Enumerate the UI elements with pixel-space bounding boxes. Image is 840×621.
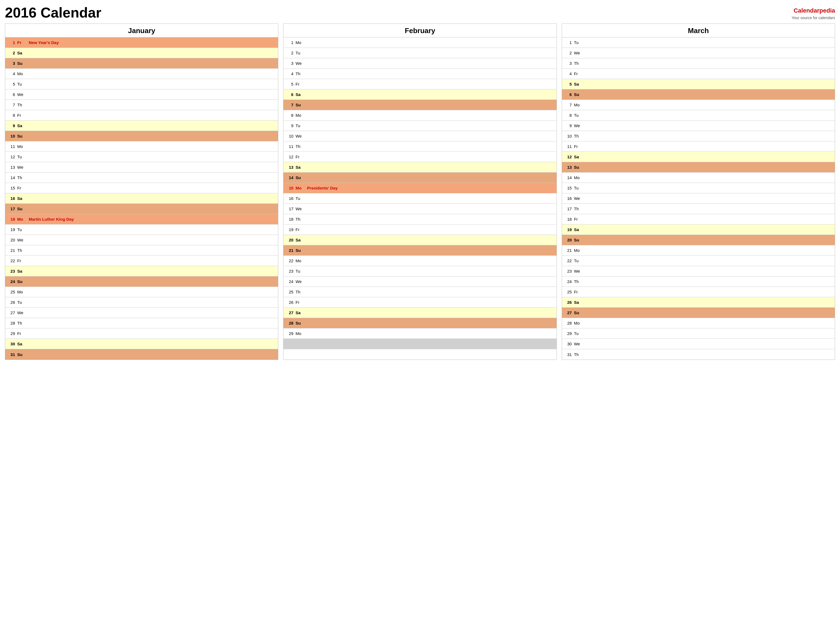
table-row: 11Fr <box>562 141 835 152</box>
day-of-week: Su <box>574 238 584 242</box>
table-row: 14Mo <box>562 173 835 183</box>
day-event: Martin Luther King Day <box>27 217 278 221</box>
table-row: 7Mo <box>562 100 835 110</box>
day-of-week: Th <box>17 321 27 326</box>
day-of-week: Th <box>296 144 305 149</box>
day-of-week: Fr <box>17 258 27 263</box>
day-number: 12 <box>562 154 574 159</box>
day-of-week: Th <box>574 279 584 284</box>
day-number: 21 <box>5 248 17 253</box>
month-block-march: March1Tu2We3Th4Fr5Sa6Su7Mo8Tu9We10Th11Fr… <box>562 24 835 360</box>
day-number: 4 <box>284 71 296 76</box>
day-of-week: Su <box>17 61 27 66</box>
day-number: 15 <box>562 186 574 190</box>
table-row: 22Mo <box>284 256 556 266</box>
day-number: 13 <box>5 165 17 170</box>
day-of-week: Su <box>17 352 27 357</box>
day-number: 25 <box>5 289 17 294</box>
day-of-week: Mo <box>296 331 305 336</box>
table-row: 1FrNew Year's Day <box>5 38 278 48</box>
table-row <box>284 339 556 349</box>
day-number: 1 <box>562 40 574 45</box>
month-title-february: February <box>284 24 556 38</box>
table-row: 20Sa <box>284 235 556 245</box>
day-number: 3 <box>562 61 574 66</box>
day-of-week: We <box>17 165 27 170</box>
day-of-week: Su <box>574 310 584 315</box>
table-row: 5Tu <box>5 79 278 89</box>
table-row: 6Sa <box>284 89 556 100</box>
table-row: 29Tu <box>562 329 835 339</box>
day-number: 16 <box>562 196 574 201</box>
day-of-week: Fr <box>574 144 584 149</box>
day-of-week: We <box>574 342 584 346</box>
day-of-week: Th <box>296 289 305 294</box>
day-of-week: Sa <box>574 154 584 159</box>
table-row: 6Su <box>562 89 835 100</box>
table-row: 27Sa <box>284 307 556 318</box>
day-number: 12 <box>284 154 296 159</box>
table-row: 24We <box>284 276 556 287</box>
day-of-week: Sa <box>574 300 584 304</box>
table-row: 29Mo <box>284 329 556 339</box>
table-row: 16We <box>562 193 835 204</box>
day-number: 10 <box>562 134 574 138</box>
day-number: 3 <box>5 61 17 66</box>
table-row: 29Fr <box>5 329 278 339</box>
day-of-week: Th <box>574 352 584 357</box>
table-row: 20Su <box>562 235 835 245</box>
day-number: 2 <box>5 51 17 55</box>
table-row: 19Fr <box>284 224 556 235</box>
day-number: 23 <box>562 269 574 273</box>
table-row: 17Th <box>562 204 835 214</box>
day-of-week: We <box>296 61 305 66</box>
day-of-week: Fr <box>574 71 584 76</box>
day-number: 7 <box>284 103 296 107</box>
day-of-week: Tu <box>17 82 27 86</box>
table-row: 4Fr <box>562 69 835 79</box>
day-of-week: Mo <box>296 113 305 118</box>
day-of-week: We <box>296 206 305 211</box>
day-number: 4 <box>562 71 574 76</box>
table-row: 18MoMartin Luther King Day <box>5 214 278 224</box>
day-number: 25 <box>562 289 574 294</box>
table-row: 10Su <box>5 131 278 141</box>
day-of-week: Mo <box>296 186 305 190</box>
table-row: 12Tu <box>5 152 278 162</box>
day-number: 31 <box>5 352 17 357</box>
day-number: 31 <box>562 352 574 357</box>
day-of-week: Sa <box>296 238 305 242</box>
day-number: 21 <box>562 248 574 253</box>
day-of-week: We <box>296 134 305 138</box>
brand-box: Calendarpedia Your source for calendars <box>792 5 835 21</box>
table-row: 14Th <box>5 173 278 183</box>
table-row: 5Sa <box>562 79 835 89</box>
day-of-week: Mo <box>17 289 27 294</box>
day-of-week: Sa <box>296 92 305 97</box>
day-number: 7 <box>5 103 17 107</box>
day-of-week: Th <box>17 248 27 253</box>
day-number: 27 <box>5 310 17 315</box>
table-row: 22Tu <box>562 256 835 266</box>
day-number: 9 <box>5 123 17 128</box>
day-number: 17 <box>284 206 296 211</box>
day-of-week: We <box>574 123 584 128</box>
table-row: 13We <box>5 162 278 173</box>
day-of-week: Th <box>17 175 27 180</box>
day-of-week: Tu <box>17 300 27 304</box>
day-of-week: Fr <box>296 82 305 86</box>
table-row: 24Su <box>5 276 278 287</box>
day-of-week: Tu <box>296 123 305 128</box>
table-row: 13Su <box>562 162 835 173</box>
table-row: 1Mo <box>284 38 556 48</box>
day-number: 7 <box>562 103 574 107</box>
day-number: 28 <box>284 321 296 326</box>
month-title-march: March <box>562 24 835 38</box>
day-of-week: Su <box>574 92 584 97</box>
table-row: 23Tu <box>284 266 556 276</box>
day-of-week: Su <box>17 279 27 284</box>
table-row: 26Fr <box>284 297 556 307</box>
day-number: 27 <box>284 310 296 315</box>
day-of-week: Tu <box>574 331 584 336</box>
day-number: 20 <box>5 238 17 242</box>
